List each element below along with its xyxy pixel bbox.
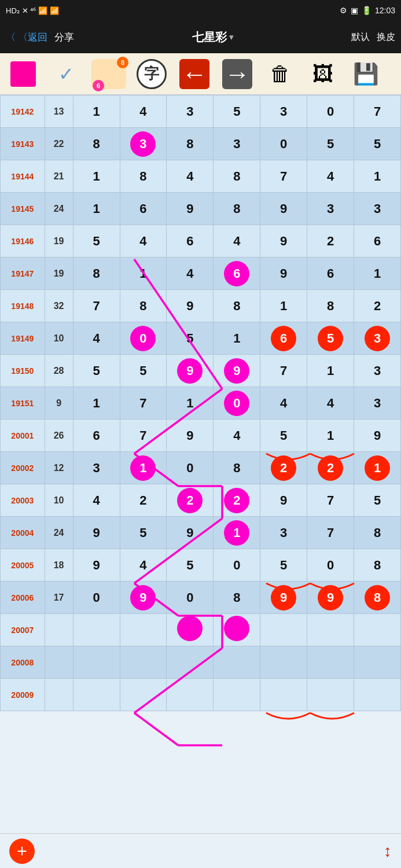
cell-r5-c1: 1	[120, 258, 167, 290]
back-icon[interactable]: 〈	[6, 31, 16, 44]
cell-r16-c6	[354, 614, 401, 646]
row-id: 20002	[1, 452, 45, 484]
row-id: 20001	[1, 420, 45, 452]
circle-pink-9: 9	[224, 358, 249, 384]
nav-left[interactable]: 〈 〈返回 分享	[6, 31, 74, 44]
cell-r6-c6: 2	[354, 290, 401, 322]
cell-r13-c4: 3	[260, 517, 307, 549]
toolbar-check[interactable]: ✓	[45, 57, 87, 91]
toolbar-arrow-right[interactable]: →	[216, 57, 258, 91]
cell-r11-c5: 2	[307, 452, 354, 484]
dropdown-arrow-icon[interactable]: ▾	[229, 32, 233, 42]
toolbar-photo[interactable]: 🖼	[302, 57, 344, 91]
cell-r14-c3: 0	[214, 549, 260, 582]
bluetooth-icon: ⚙	[340, 6, 347, 15]
cell-r16-c2	[167, 614, 214, 646]
circle-pink-0: 0	[224, 391, 249, 416]
circle-pink-3: 3	[130, 131, 156, 157]
row-id: 19145	[1, 193, 45, 225]
solid-circle	[177, 616, 203, 641]
toolbar-pink-square[interactable]	[2, 57, 44, 91]
toolbar-arrow-left[interactable]: ←	[174, 57, 215, 91]
row-sum: 24	[45, 517, 73, 549]
table-row: 20006170908998	[1, 582, 401, 614]
table-row: 1915191710443	[1, 387, 401, 420]
toolbar-trash[interactable]: 🗑	[259, 57, 301, 91]
cell-r4-c1: 4	[120, 225, 167, 258]
skin-label[interactable]: 换皮	[377, 31, 395, 43]
row-sum: 26	[45, 420, 73, 452]
circle-red-2: 2	[271, 455, 296, 481]
cell-r1-c3: 3	[214, 128, 260, 160]
sort-button[interactable]: ↕	[384, 842, 392, 860]
cell-r15-c4: 9	[260, 582, 307, 614]
cell-r0-c2: 3	[167, 95, 214, 128]
cell-r18-c1	[120, 679, 167, 711]
cell-r2-c4: 7	[260, 160, 307, 193]
cell-r14-c5: 0	[307, 549, 354, 582]
row-id: 19144	[1, 160, 45, 193]
cell-r3-c1: 6	[120, 193, 167, 225]
table-row: 19142131435307	[1, 95, 401, 128]
row-sum: 22	[45, 128, 73, 160]
cell-r5-c3: 6	[214, 258, 260, 290]
circle-pink-6: 6	[224, 261, 249, 286]
toolbar-zi[interactable]: 字	[131, 57, 172, 91]
cell-r8-c5: 1	[307, 355, 354, 387]
app-title: 七星彩	[192, 30, 227, 45]
signal-icons: ✕ ⁴⁶ 📶	[22, 6, 47, 15]
cell-r6-c2: 9	[167, 290, 214, 322]
table-row: 19147198146961	[1, 258, 401, 290]
arrow-right-icon: →	[222, 59, 252, 89]
cell-r9-c3: 0	[214, 387, 260, 420]
cell-r7-c5: 5	[307, 322, 354, 355]
row-sum: 24	[45, 193, 73, 225]
cell-r12-c1: 2	[120, 484, 167, 517]
row-id: 19143	[1, 128, 45, 160]
row-id: 20006	[1, 582, 45, 614]
cell-r4-c6: 6	[354, 225, 401, 258]
cell-r12-c5: 7	[307, 484, 354, 517]
status-right: ⚙ ▣ 🔋 12:03	[340, 6, 395, 15]
row-sum: 12	[45, 452, 73, 484]
cell-r1-c4: 0	[260, 128, 307, 160]
table-row: 19148327898182	[1, 290, 401, 322]
toolbar-badge[interactable]: 8 6	[88, 57, 130, 91]
circle-red-3: 3	[365, 326, 390, 351]
cell-r18-c4	[260, 679, 307, 711]
cell-r9-c4: 4	[260, 387, 307, 420]
cell-r7-c4: 6	[260, 322, 307, 355]
cell-r9-c5: 4	[307, 387, 354, 420]
share-label[interactable]: 分享	[54, 31, 74, 44]
table-row: 19150285599713	[1, 355, 401, 387]
cell-r7-c6: 3	[354, 322, 401, 355]
cell-r1-c2: 8	[167, 128, 214, 160]
cell-r11-c2: 0	[167, 452, 214, 484]
cell-r3-c3: 8	[214, 193, 260, 225]
cell-r12-c6: 5	[354, 484, 401, 517]
cell-r8-c0: 5	[73, 355, 120, 387]
table-row: 19146195464926	[1, 225, 401, 258]
cell-r2-c5: 4	[307, 160, 354, 193]
cell-r13-c6: 8	[354, 517, 401, 549]
cell-r5-c5: 6	[307, 258, 354, 290]
cell-r3-c2: 9	[167, 193, 214, 225]
cell-r6-c4: 1	[260, 290, 307, 322]
top-badge: 8	[117, 57, 128, 68]
row-sum: 10	[45, 322, 73, 355]
cell-r16-c1	[120, 614, 167, 646]
cell-r15-c1: 9	[120, 582, 167, 614]
back-label[interactable]: 〈返回	[18, 31, 47, 44]
cell-r17-c1	[120, 646, 167, 679]
row-sum: 18	[45, 549, 73, 582]
default-label[interactable]: 默认	[351, 31, 370, 43]
arrow-left-icon: ←	[179, 59, 209, 89]
row-sum	[45, 614, 73, 646]
cell-r2-c3: 8	[214, 160, 260, 193]
zi-icon: 字	[137, 59, 167, 89]
circle-red-2: 2	[318, 455, 343, 481]
toolbar-save[interactable]: 💾	[345, 57, 387, 91]
add-button[interactable]: +	[9, 838, 35, 864]
cell-r11-c3: 8	[214, 452, 260, 484]
cell-r2-c2: 4	[167, 160, 214, 193]
